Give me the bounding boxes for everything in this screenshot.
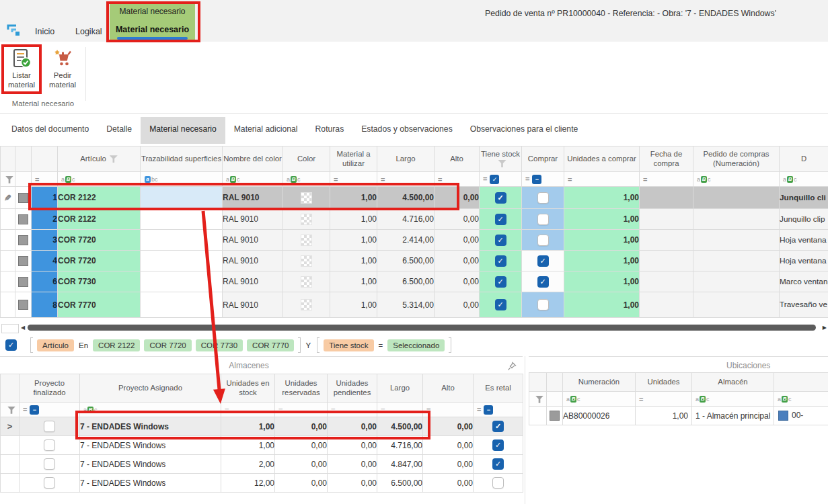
col-header-pedido-compras[interactable]: Pedido de compras (Numeración) <box>693 146 780 172</box>
tab-detalle[interactable]: Detalle <box>98 117 141 144</box>
cell-tiene-stock[interactable] <box>480 271 522 292</box>
cell-articulo[interactable]: COR 7770 <box>58 292 141 318</box>
checkbox-unchecked-icon[interactable] <box>537 235 549 246</box>
checkbox-checked-icon[interactable] <box>492 421 504 432</box>
filter-row-cell[interactable] <box>223 172 283 187</box>
filter-field-chip[interactable]: Tiene stock <box>324 339 373 351</box>
filter-contains-icon[interactable] <box>697 176 711 183</box>
table-row[interactable]: 3 COR 7720 RAL 9010 1,00 2.414,00 0,00 1… <box>1 230 828 251</box>
filter-row-cell[interactable] <box>80 403 221 417</box>
cell-unidades-stock[interactable]: 12,00 <box>221 474 275 493</box>
cell-trazabilidad[interactable] <box>141 230 223 251</box>
cell-unidades-comprar[interactable]: 1,00 <box>564 187 640 209</box>
cell-proyecto-asignado[interactable]: 7 - ENDADES Windows <box>80 417 221 436</box>
cell-largo[interactable]: 4.500,00 <box>377 417 423 436</box>
cell-select[interactable] <box>15 292 32 318</box>
cell-articulo[interactable]: COR 2122 <box>58 209 141 230</box>
cell-tiene-stock[interactable] <box>480 209 522 230</box>
funnel-icon[interactable] <box>7 407 15 414</box>
cell-largo[interactable]: 2.414,00 <box>377 230 435 251</box>
col-header-numeracion[interactable]: Numeración <box>563 373 636 392</box>
cell-material[interactable]: 1,00 <box>330 292 377 318</box>
cell-comprar[interactable] <box>522 292 564 318</box>
cell-alto[interactable]: 0,00 <box>435 230 480 251</box>
tab-roturas[interactable]: Roturas <box>307 117 353 144</box>
cell-color[interactable] <box>283 187 330 209</box>
cell-unidades-comprar[interactable]: 1,00 <box>564 230 640 251</box>
filter-contains-icon[interactable] <box>226 176 240 183</box>
col-header-nombre-color[interactable]: Nombre del color <box>223 146 283 172</box>
table-row[interactable]: 4 COR 7720 RAL 9010 1,00 6.500,00 0,00 1… <box>1 251 828 271</box>
filter-value-chip[interactable]: Seleccionado <box>387 339 445 351</box>
filter-contains-icon[interactable] <box>83 407 98 414</box>
col-header-descripcion[interactable]: D <box>780 146 828 172</box>
row-select-square[interactable] <box>18 214 28 224</box>
cell-unidades-reservadas[interactable]: 0,00 <box>275 474 328 493</box>
table-row[interactable]: 8 COR 7770 RAL 9010 1,00 5.314,00 0,00 1… <box>1 292 828 318</box>
cell-select[interactable] <box>547 407 563 425</box>
cell-largo[interactable]: 4.716,00 <box>377 436 423 455</box>
cell-proyecto-finalizado[interactable] <box>20 417 80 436</box>
cell-unidades-stock[interactable]: 1,00 <box>221 417 275 436</box>
cell-unidades-comprar[interactable]: 1,00 <box>564 209 640 230</box>
filter-equals-icon[interactable] <box>426 406 430 414</box>
checkbox-checked-icon[interactable] <box>537 276 549 288</box>
cell-alto[interactable]: 0,00 <box>435 292 480 318</box>
filter-row-cell[interactable] <box>774 392 828 407</box>
filter-enabled-checkbox[interactable] <box>5 339 17 351</box>
cell-descripcion[interactable]: Junquillo clip <box>780 209 828 230</box>
filter-checkbox-checked[interactable] <box>490 175 499 184</box>
col-header-comprar[interactable]: Comprar <box>522 146 564 172</box>
cell-unidades-comprar[interactable]: 1,00 <box>564 251 640 271</box>
cell-material[interactable]: 1,00 <box>330 271 377 292</box>
cell-unidades-reservadas[interactable]: 0,00 <box>275 455 328 474</box>
filter-row-cell[interactable] <box>563 392 636 407</box>
cell-unidades-comprar[interactable]: 1,00 <box>564 292 640 318</box>
tab-material-necesario[interactable]: Material necesario <box>141 117 225 144</box>
cell-nombre-color[interactable]: RAL 9010 <box>223 271 283 292</box>
cell-descripcion[interactable]: Hoja ventana <box>780 251 828 271</box>
cell-rownum[interactable]: 3 <box>32 230 58 251</box>
filter-equals-icon[interactable] <box>568 175 572 183</box>
cell-edit[interactable] <box>1 271 15 292</box>
cell-fecha-compra[interactable] <box>640 209 693 230</box>
cell-select[interactable] <box>15 230 32 251</box>
filter-value-chip[interactable]: COR 7770 <box>247 339 294 351</box>
cell-numeracion[interactable]: AB80000026 <box>563 407 636 425</box>
cell-select[interactable] <box>15 251 32 271</box>
column-filter-funnel-icon[interactable] <box>498 160 506 167</box>
cell-unidades-pendientes[interactable]: 0,00 <box>328 455 377 474</box>
filter-equals-icon[interactable] <box>381 406 385 414</box>
cell-alto[interactable]: 0,00 <box>435 187 480 209</box>
checkbox-unchecked-icon[interactable] <box>537 299 549 310</box>
row-select-square[interactable] <box>550 411 560 421</box>
filter-row-cell[interactable] <box>275 403 328 417</box>
cell-ubicacion[interactable]: 00- <box>774 407 828 425</box>
app-logo-icon[interactable] <box>7 24 22 39</box>
col-header-material[interactable]: Material a utilizar <box>330 146 377 172</box>
cell-color[interactable] <box>283 251 330 271</box>
cell-trazabilidad[interactable] <box>141 271 223 292</box>
filter-checkbox-indeterminate[interactable] <box>30 405 39 415</box>
cell-proyecto-finalizado[interactable] <box>20 436 80 455</box>
checkbox-checked-icon[interactable] <box>495 192 506 204</box>
filter-contains-icon[interactable] <box>695 396 710 403</box>
checkbox-checked-icon[interactable] <box>492 439 504 451</box>
col-header-almacen[interactable]: Almacén <box>692 373 774 392</box>
filter-contains-icon[interactable] <box>287 176 301 183</box>
col-header-fecha-compra[interactable]: Fecha de compra <box>640 146 693 172</box>
cell-tiene-stock[interactable] <box>480 251 522 271</box>
tab-material-adicional[interactable]: Material adicional <box>225 117 307 144</box>
checkbox-checked-icon[interactable] <box>495 214 506 225</box>
filter-equals-icon[interactable] <box>643 175 647 183</box>
cell-unidades-comprar[interactable]: 1,00 <box>564 271 640 292</box>
filter-row-cell[interactable] <box>693 172 780 187</box>
filter-row-cell[interactable] <box>1 403 20 417</box>
filter-value-chip[interactable]: COR 7730 <box>196 339 243 351</box>
cell-fecha-compra[interactable] <box>640 271 693 292</box>
filter-checkbox-indeterminate[interactable] <box>532 175 541 184</box>
col-header-es-retal[interactable]: Es retal <box>474 374 523 403</box>
col-header-trazabilidad[interactable]: Trazabilidad superficies <box>141 146 223 172</box>
filter-row-cell[interactable] <box>1 172 15 187</box>
col-header-proyecto-finalizado[interactable]: Proyecto finalizado <box>20 374 80 403</box>
